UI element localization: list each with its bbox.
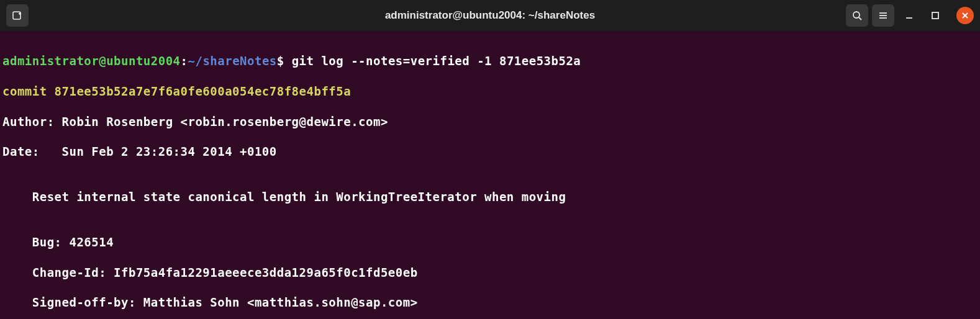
minimize-button[interactable] (898, 4, 920, 27)
close-button[interactable] (956, 7, 974, 24)
commit-message-line: Reset internal state canonical length in… (2, 189, 978, 204)
command-text: git log --notes=verified -1 871ee53b52a (292, 54, 581, 68)
author-line: Author: Robin Rosenberg <robin.rosenberg… (2, 114, 978, 129)
commit-message-line: Bug: 426514 (2, 235, 978, 249)
svg-line-4 (859, 17, 861, 20)
menu-button[interactable] (872, 4, 894, 27)
commit-message-line: Signed-off-by: Matthias Sohn <matthias.s… (2, 295, 978, 310)
prompt-path: ~/shareNotes (188, 54, 277, 68)
new-tab-button[interactable] (6, 4, 29, 27)
terminal-area[interactable]: administrator@ubuntu2004:~/shareNotes$ g… (0, 31, 980, 319)
prompt-sep: : (181, 54, 188, 68)
svg-point-3 (853, 12, 860, 18)
commit-line: commit 871ee53b52a7e7f6a0fe600a054ec78f8… (2, 84, 978, 99)
titlebar-left (6, 4, 29, 27)
prompt-line-1: administrator@ubuntu2004:~/shareNotes$ g… (2, 53, 978, 68)
titlebar: administrator@ubuntu2004: ~/shareNotes (0, 0, 980, 31)
maximize-button[interactable] (924, 4, 946, 27)
prompt-dollar: $ (277, 54, 292, 68)
titlebar-right (846, 4, 974, 27)
window-title: administrator@ubuntu2004: ~/shareNotes (385, 9, 595, 22)
date-line: Date: Sun Feb 2 23:26:34 2014 +0100 (2, 144, 978, 159)
svg-rect-9 (932, 12, 938, 19)
commit-message-line: Change-Id: Ifb75a4fa12291aeeece3dda129a6… (2, 265, 978, 280)
prompt-user: administrator@ubuntu2004 (2, 54, 181, 68)
search-button[interactable] (846, 4, 868, 27)
